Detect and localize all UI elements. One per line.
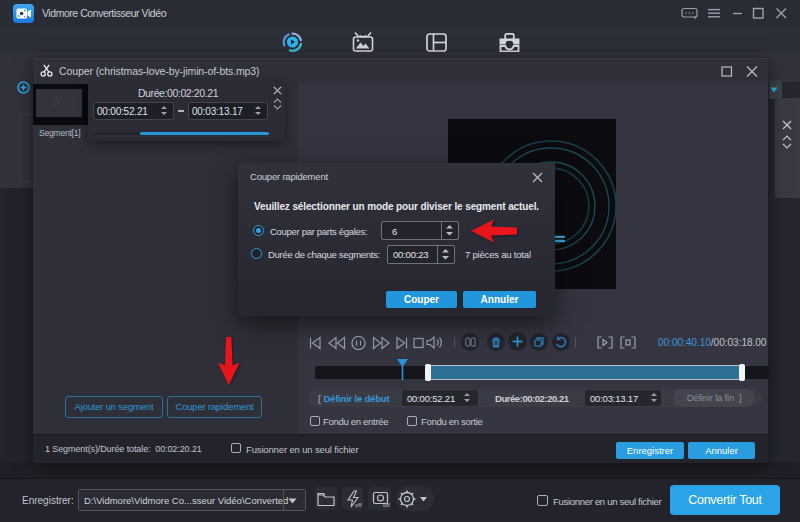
svg-text:off: off	[355, 502, 362, 508]
svg-text:off: off	[383, 502, 390, 508]
